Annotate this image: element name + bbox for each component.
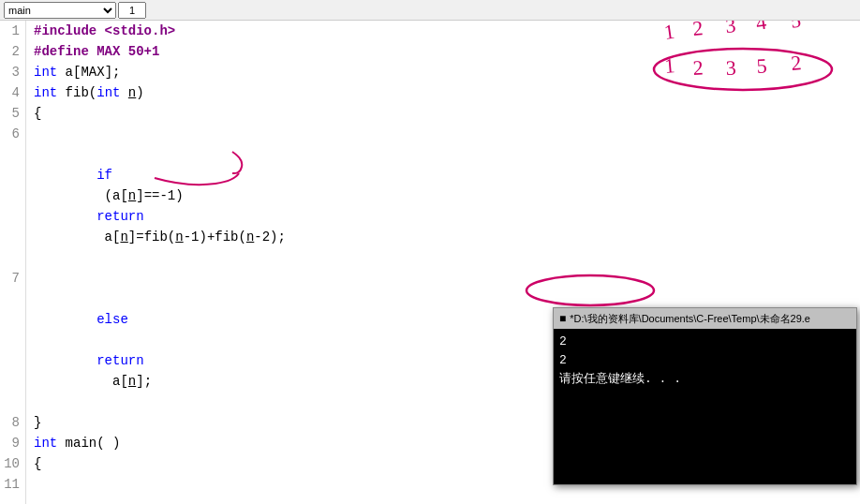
line-number-input[interactable] [118, 2, 146, 19]
terminal-titlebar: ■ *D:\我的资料库\Documents\C-Free\Temp\未命名29.… [554, 308, 856, 329]
line-num-4: 4 [0, 82, 26, 103]
line-content-5: { [26, 103, 860, 124]
code-token: int [34, 65, 57, 80]
code-token: int [34, 436, 57, 451]
code-editor: main 1 #include <stdio.h> 2 #define MAX … [0, 0, 860, 504]
code-token: { [34, 456, 41, 471]
code-token: int [34, 85, 57, 100]
line-num-2: 2 [0, 41, 26, 62]
code-token: } [34, 415, 41, 430]
code-token: else [96, 312, 128, 327]
code-token: { [34, 106, 41, 121]
code-token [96, 291, 128, 306]
code-token: n) [120, 85, 143, 100]
line-num-5: 5 [0, 103, 26, 124]
line-content-2: #define MAX 50+1 [26, 41, 860, 62]
function-dropdown[interactable]: main [4, 2, 116, 19]
line-num-8: 8 [0, 412, 26, 433]
code-token: fib( [57, 85, 96, 100]
code-token: return [96, 209, 143, 224]
line-num-9: 9 [0, 433, 26, 453]
line-num-7: 7 [0, 268, 26, 412]
code-token [96, 497, 128, 504]
code-token: a[MAX]; [57, 65, 120, 80]
line-5: 5 { [0, 103, 860, 124]
terminal-line-3: 请按任意键继续. . . [559, 370, 851, 389]
code-token: a[n]=fib(n-1)+fib(n-2); [96, 230, 286, 245]
line-content-3: int a[MAX]; [26, 62, 860, 82]
terminal-line-1: 2 [559, 333, 851, 351]
code-token: main( ) [57, 436, 120, 451]
line-content-1: #include <stdio.h> [26, 21, 860, 41]
line-4: 4 int fib(int n) [0, 82, 860, 103]
toolbar-left: main [4, 2, 146, 19]
line-content-4: int fib(int n) [26, 82, 860, 103]
line-3: 3 int a[MAX]; [0, 62, 860, 82]
terminal-window: ■ *D:\我的资料库\Documents\C-Free\Temp\未命名29.… [553, 307, 857, 485]
code-token: if [96, 168, 112, 183]
line-num-6: 6 [0, 124, 26, 268]
line-6: 6 if (a[n]==-1) return a[n]=fib(n-1)+fib… [0, 124, 860, 268]
terminal-icon: ■ [559, 312, 566, 325]
line-2: 2 #define MAX 50+1 [0, 41, 860, 62]
code-token [96, 333, 199, 348]
terminal-title: *D:\我的资料库\Documents\C-Free\Temp\未命名29.e [570, 312, 810, 326]
code-token: #include <stdio.h> [34, 23, 175, 38]
code-token: a[n]; [96, 374, 152, 389]
line-content-6: if (a[n]==-1) return a[n]=fib(n-1)+fib(n… [26, 124, 860, 268]
line-1: 1 #include <stdio.h> [0, 21, 860, 41]
code-token: #define MAX 50+1 [34, 44, 159, 59]
line-num-11: 11 [0, 474, 26, 504]
code-token: (a[n]==-1) [96, 188, 222, 203]
terminal-line-2: 2 [559, 351, 851, 370]
code-token: return [96, 353, 143, 368]
toolbar: main [0, 0, 860, 21]
line-num-1: 1 [0, 21, 26, 41]
code-token [96, 147, 128, 162]
line-num-10: 10 [0, 453, 26, 474]
code-token: int [96, 85, 120, 100]
terminal-body: 2 2 请按任意键继续. . . [554, 329, 856, 393]
line-num-3: 3 [0, 62, 26, 82]
